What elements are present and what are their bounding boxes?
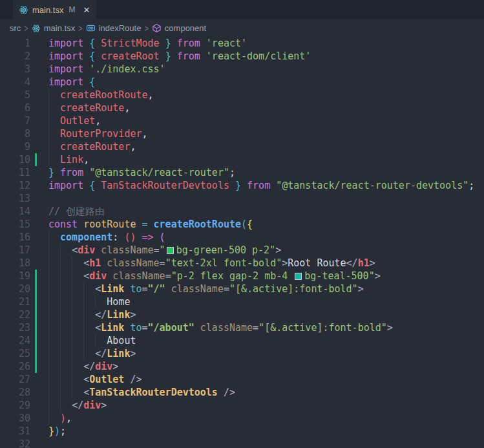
code-line[interactable]: 21 Home <box>0 295 484 308</box>
breadcrumb-item-indexroute[interactable]: indexRoute <box>86 23 142 33</box>
code-line[interactable]: 14// 创建路由 <box>0 205 484 218</box>
line-number[interactable]: 17 <box>0 244 30 257</box>
line-content[interactable]: import './index.css' <box>48 63 484 76</box>
line-number[interactable]: 13 <box>0 192 30 205</box>
line-content[interactable]: RouterProvider, <box>48 127 484 140</box>
line-content[interactable]: component: () => ( <box>48 231 484 244</box>
code-line[interactable]: 2import { createRoot } from 'react-dom/c… <box>0 50 484 63</box>
line-number[interactable]: 19 <box>0 270 30 283</box>
line-number[interactable]: 18 <box>0 257 30 270</box>
line-number[interactable]: 24 <box>0 334 30 347</box>
line-content[interactable]: Link, <box>48 153 484 166</box>
code-line[interactable]: 13 <box>0 192 484 205</box>
git-change-indicator[interactable] <box>35 347 37 360</box>
line-content[interactable]: </Link> <box>48 308 484 321</box>
line-content[interactable]: createRootRoute, <box>48 89 484 101</box>
line-content[interactable]: <div className="p-2 flex gap-2 mb-4 bg-t… <box>48 270 484 283</box>
code-line[interactable]: 5 createRootRoute, <box>0 89 484 101</box>
line-number[interactable]: 4 <box>0 76 30 89</box>
line-number[interactable]: 2 <box>0 50 30 63</box>
code-line[interactable]: 15const rootRoute = createRootRoute({ <box>0 218 484 231</box>
line-content[interactable]: // 创建路由 <box>48 205 484 218</box>
code-line[interactable]: 30 ), <box>0 412 484 425</box>
code-line[interactable]: 22 </Link> <box>0 308 484 321</box>
git-change-indicator[interactable] <box>35 334 37 347</box>
line-number[interactable]: 12 <box>0 179 30 192</box>
line-content[interactable]: <Link to="/about" className="[&.active]:… <box>48 321 484 334</box>
git-change-indicator[interactable] <box>35 308 37 321</box>
line-number[interactable]: 15 <box>0 218 30 231</box>
code-line[interactable]: 1import { StrictMode } from 'react' <box>0 37 484 50</box>
code-line[interactable]: 19 <div className="p-2 flex gap-2 mb-4 b… <box>0 270 484 283</box>
code-line[interactable]: 17 <div className="bg-green-500 p-2"> <box>0 244 484 257</box>
line-content[interactable]: <Outlet /> <box>48 373 484 386</box>
line-number[interactable]: 7 <box>0 114 30 127</box>
line-number[interactable]: 8 <box>0 127 30 140</box>
line-number[interactable]: 27 <box>0 373 30 386</box>
line-content[interactable]: <Link to="/" className="[&.active]:font-… <box>48 283 484 295</box>
line-content[interactable]: import { createRoot } from 'react-dom/cl… <box>48 50 484 63</box>
line-content[interactable]: const rootRoute = createRootRoute({ <box>48 218 484 231</box>
line-number[interactable]: 9 <box>0 140 30 153</box>
line-content[interactable]: import { <box>48 76 484 89</box>
line-content[interactable] <box>48 192 484 205</box>
line-number[interactable]: 3 <box>0 63 30 76</box>
code-line[interactable]: 6 createRoute, <box>0 101 484 114</box>
code-line[interactable]: 18 <h1 className="text-2xl font-bold">Ro… <box>0 257 484 270</box>
code-line[interactable]: 26 </div> <box>0 360 484 373</box>
code-line[interactable]: 12import { TanStackRouterDevtools } from… <box>0 179 484 192</box>
line-number[interactable]: 28 <box>0 386 30 399</box>
line-content[interactable] <box>48 438 484 448</box>
code-line[interactable]: 23 <Link to="/about" className="[&.activ… <box>0 321 484 334</box>
code-line[interactable]: 4import { <box>0 76 484 89</box>
code-line[interactable]: 27 <Outlet /> <box>0 373 484 386</box>
line-number[interactable]: 1 <box>0 37 30 50</box>
code-line[interactable]: 28 <TanStackRouterDevtools /> <box>0 386 484 399</box>
line-number[interactable]: 23 <box>0 321 30 334</box>
code-line[interactable]: 16 component: () => ( <box>0 231 484 244</box>
line-number[interactable]: 10 <box>0 153 30 166</box>
line-content[interactable]: About <box>48 334 484 347</box>
breadcrumb-item-src[interactable]: src <box>10 23 21 33</box>
code-line[interactable]: 29 </div> <box>0 399 484 412</box>
line-number[interactable]: 29 <box>0 399 30 412</box>
line-number[interactable]: 25 <box>0 347 30 360</box>
close-icon[interactable]: ✕ <box>83 5 90 15</box>
line-content[interactable]: createRoute, <box>48 101 484 114</box>
line-number[interactable]: 11 <box>0 166 30 179</box>
line-content[interactable]: </Link> <box>48 347 484 360</box>
code-area[interactable]: 1import { StrictMode } from 'react'2impo… <box>0 37 484 448</box>
code-line[interactable]: 9 createRouter, <box>0 140 484 153</box>
line-content[interactable]: } from "@tanstack/react-router"; <box>48 166 484 179</box>
line-content[interactable]: import { TanStackRouterDevtools } from "… <box>48 179 484 192</box>
line-number[interactable]: 26 <box>0 360 30 373</box>
tab-main-tsx[interactable]: main.tsx M ✕ <box>13 0 96 19</box>
code-line[interactable]: 24 About <box>0 334 484 347</box>
git-change-indicator[interactable] <box>35 283 37 295</box>
line-content[interactable]: </div> <box>48 360 484 373</box>
line-content[interactable]: ), <box>48 412 484 425</box>
line-number[interactable]: 6 <box>0 101 30 114</box>
line-number[interactable]: 30 <box>0 412 30 425</box>
breadcrumb-item-main-tsx[interactable]: main.tsx <box>32 23 75 33</box>
git-change-indicator[interactable] <box>35 360 37 373</box>
code-line[interactable]: 20 <Link to="/" className="[&.active]:fo… <box>0 283 484 295</box>
breadcrumb-item-component[interactable]: component <box>152 23 206 33</box>
code-line[interactable]: 10 Link, <box>0 153 484 166</box>
line-content[interactable]: import { StrictMode } from 'react' <box>48 37 484 50</box>
code-line[interactable]: 3import './index.css' <box>0 63 484 76</box>
line-content[interactable]: <TanStackRouterDevtools /> <box>48 386 484 399</box>
code-line[interactable]: 7 Outlet, <box>0 114 484 127</box>
git-change-indicator[interactable] <box>35 321 37 334</box>
git-change-indicator[interactable] <box>35 153 37 166</box>
line-number[interactable]: 21 <box>0 295 30 308</box>
line-number[interactable]: 16 <box>0 231 30 244</box>
line-content[interactable]: <h1 className="text-2xl font-bold">Root … <box>48 257 484 270</box>
line-number[interactable]: 5 <box>0 89 30 101</box>
line-number[interactable]: 31 <box>0 425 30 438</box>
line-number[interactable]: 22 <box>0 308 30 321</box>
line-number[interactable]: 14 <box>0 205 30 218</box>
code-line[interactable]: 32 <box>0 438 484 448</box>
git-change-indicator[interactable] <box>35 295 37 308</box>
code-line[interactable]: 31}); <box>0 425 484 438</box>
